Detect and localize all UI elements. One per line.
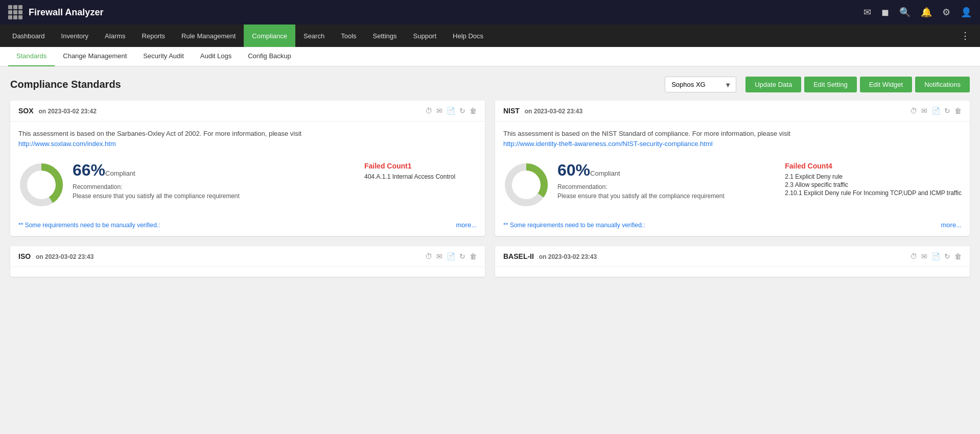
nist-more-link[interactable]: more...: [941, 221, 962, 229]
content-area: Compliance Standards Sophos XG Cisco ASA…: [0, 66, 980, 287]
nav-compliance[interactable]: Compliance: [244, 25, 295, 47]
sox-failed-block: Failed Count1 404.A.1.1 Internal Access …: [364, 162, 477, 181]
nist-card-footer: ** Some requirements need to be manually…: [495, 216, 970, 236]
nist-manual-verify: ** Some requirements need to be manually…: [503, 222, 645, 229]
app-grid-icon: [8, 5, 22, 19]
sox-link[interactable]: http://www.soxlaw.com/index.htm: [18, 140, 116, 148]
nav-alarms[interactable]: Alarms: [97, 25, 133, 47]
subnav-security-audit[interactable]: Security Audit: [135, 47, 192, 66]
sox-title: SOX on 2023-03-02 23:42: [18, 107, 419, 115]
basel-header-icons: ⏱ ✉ 📄 ↻ 🗑: [910, 252, 962, 260]
top-bar: Firewall Analyzer ✉ ◼ 🔍 🔔 ⚙ 👤: [0, 0, 980, 25]
nist-failed-item-2: 2.10.1 Explicit Deny rule For Incoming T…: [785, 189, 962, 197]
document-icon[interactable]: 📄: [447, 107, 455, 115]
sox-timestamp: on 2023-03-02 23:42: [38, 108, 96, 115]
nav-settings[interactable]: Settings: [365, 25, 405, 47]
nist-description: This assessment is based on the NIST Sta…: [495, 122, 970, 154]
nist-title: NIST on 2023-03-02 23:43: [503, 107, 904, 115]
email-icon[interactable]: ✉: [921, 252, 927, 260]
email-icon[interactable]: ✉: [436, 252, 442, 260]
clock-icon[interactable]: ⏱: [425, 252, 432, 260]
clock-icon[interactable]: ⏱: [910, 252, 917, 260]
nav-dashboard[interactable]: Dashboard: [4, 25, 53, 47]
nav-rule-management[interactable]: Rule Management: [173, 25, 244, 47]
sox-donut: [18, 162, 64, 208]
nav-reports[interactable]: Reports: [134, 25, 174, 47]
sox-card-footer: ** Some requirements need to be manually…: [10, 216, 485, 236]
app-title: Firewall Analyzer: [29, 7, 864, 18]
refresh-icon[interactable]: ↻: [944, 252, 950, 260]
clock-icon[interactable]: ⏱: [910, 107, 917, 115]
edit-setting-button[interactable]: Edit Setting: [804, 77, 857, 92]
subnav-config-backup[interactable]: Config Backup: [240, 47, 299, 66]
email-icon[interactable]: ✉: [921, 107, 927, 115]
user-icon[interactable]: 👤: [961, 7, 972, 18]
refresh-icon[interactable]: ↻: [944, 107, 950, 115]
update-data-button[interactable]: Update Data: [745, 77, 801, 92]
search-icon[interactable]: 🔍: [899, 7, 911, 18]
delete-icon[interactable]: 🗑: [954, 252, 962, 260]
delete-icon[interactable]: 🗑: [470, 252, 477, 260]
bell-icon[interactable]: 🔔: [921, 7, 932, 18]
sox-more-link[interactable]: more...: [456, 221, 477, 229]
basel-timestamp: on 2023-03-02 23:43: [539, 253, 597, 260]
subnav-standards[interactable]: Standards: [8, 47, 55, 66]
document-icon[interactable]: 📄: [931, 107, 940, 115]
nist-card-body: 60%Compliant Recommendation:Please ensur…: [495, 154, 970, 216]
delete-icon[interactable]: 🗑: [470, 107, 477, 115]
nist-failed-item-0: 2.1 Explicit Deny rule: [785, 173, 962, 180]
top-icons: ✉ ◼ 🔍 🔔 ⚙ 👤: [864, 7, 972, 18]
basel-title: BASEL-II on 2023-03-02 23:43: [503, 252, 904, 260]
clock-icon[interactable]: ⏱: [425, 107, 432, 115]
sox-card: SOX on 2023-03-02 23:42 ⏱ ✉ 📄 ↻ 🗑 This a…: [10, 101, 485, 236]
monitor-icon[interactable]: ◼: [881, 7, 889, 18]
rocket-icon[interactable]: ✉: [864, 7, 871, 18]
email-icon[interactable]: ✉: [436, 107, 442, 115]
nist-failed-title: Failed Count4: [785, 162, 962, 170]
sox-card-header: SOX on 2023-03-02 23:42 ⏱ ✉ 📄 ↻ 🗑: [10, 101, 485, 122]
nist-donut: [503, 162, 549, 208]
sox-description: This assessment is based on the Sarbanes…: [10, 122, 485, 154]
nist-timestamp: on 2023-03-02 23:43: [525, 108, 582, 115]
nav-help-docs[interactable]: Help Docs: [445, 25, 492, 47]
nist-failed-block: Failed Count4 2.1 Explicit Deny rule 2.3…: [785, 162, 962, 198]
nav-tools[interactable]: Tools: [333, 25, 364, 47]
delete-icon[interactable]: 🗑: [954, 107, 962, 115]
sox-percent: 66%Compliant: [73, 162, 356, 178]
sox-header-icons: ⏱ ✉ 📄 ↻ 🗑: [425, 107, 477, 115]
refresh-icon[interactable]: ↻: [459, 107, 465, 115]
toolbar: Compliance Standards Sophos XG Cisco ASA…: [10, 77, 970, 92]
sox-failed-title: Failed Count1: [364, 162, 477, 170]
gear-icon[interactable]: ⚙: [942, 7, 950, 18]
iso-card: ISO on 2023-03-02 23:43 ⏱ ✉ 📄 ↻ 🗑: [10, 246, 485, 277]
nist-percent: 60%Compliant: [557, 162, 777, 178]
document-icon[interactable]: 📄: [931, 252, 940, 260]
sub-nav: Standards Change Management Security Aud…: [0, 47, 980, 66]
subnav-audit-logs[interactable]: Audit Logs: [192, 47, 240, 66]
iso-card-header: ISO on 2023-03-02 23:43 ⏱ ✉ 📄 ↻ 🗑: [10, 246, 485, 267]
nav-support[interactable]: Support: [405, 25, 445, 47]
nav-more-button[interactable]: ⋮: [954, 30, 976, 41]
basel-card-header: BASEL-II on 2023-03-02 23:43 ⏱ ✉ 📄 ↻ 🗑: [495, 246, 970, 267]
iso-title: ISO on 2023-03-02 23:43: [18, 252, 419, 260]
notifications-button[interactable]: Notifications: [915, 77, 970, 92]
sox-recommendation: Recommendation:Please ensure that you sa…: [73, 182, 356, 201]
nav-inventory[interactable]: Inventory: [53, 25, 97, 47]
sox-card-body: 66%Compliant Recommendation:Please ensur…: [10, 154, 485, 216]
device-select[interactable]: Sophos XG Cisco ASA Palo Alto Juniper: [665, 77, 736, 92]
nav-search[interactable]: Search: [295, 25, 333, 47]
sox-stat-block: 66%Compliant Recommendation:Please ensur…: [73, 162, 356, 201]
refresh-icon[interactable]: ↻: [459, 252, 465, 260]
main-nav: Dashboard Inventory Alarms Reports Rule …: [0, 25, 980, 47]
nist-link[interactable]: http://www.identity-theft-awareness.com/…: [503, 140, 713, 148]
page-title: Compliance Standards: [10, 79, 665, 90]
cards-grid: SOX on 2023-03-02 23:42 ⏱ ✉ 📄 ↻ 🗑 This a…: [10, 101, 970, 277]
device-dropdown[interactable]: Sophos XG Cisco ASA Palo Alto Juniper ▼: [665, 77, 736, 92]
edit-widget-button[interactable]: Edit Widget: [860, 77, 912, 92]
document-icon[interactable]: 📄: [447, 252, 455, 260]
subnav-change-management[interactable]: Change Management: [55, 47, 135, 66]
iso-header-icons: ⏱ ✉ 📄 ↻ 🗑: [425, 252, 477, 260]
nist-card-header: NIST on 2023-03-02 23:43 ⏱ ✉ 📄 ↻ 🗑: [495, 101, 970, 122]
nist-header-icons: ⏱ ✉ 📄 ↻ 🗑: [910, 107, 962, 115]
nist-recommendation: Recommendation:Please ensure that you sa…: [557, 182, 777, 201]
